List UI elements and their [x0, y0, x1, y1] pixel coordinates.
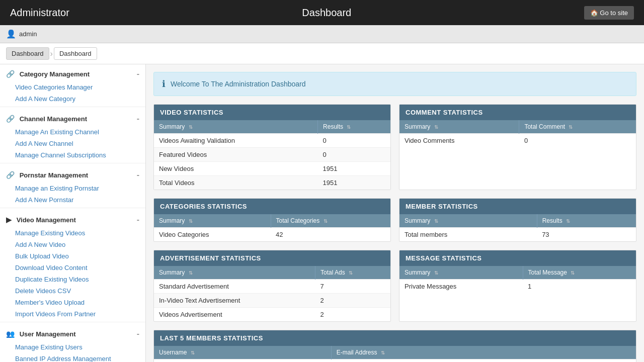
message-statistics-box: MESSAGE STATISTICS Summary ⇅ Total Messa…	[399, 250, 636, 322]
sidebar-item-video-categories-manager[interactable]: Video Categories Manager	[0, 81, 145, 93]
divider-2	[0, 163, 145, 163]
breadcrumb-item-dashboard[interactable]: Dashboard	[6, 47, 49, 60]
sidebar-item-manage-existing-channel[interactable]: Manage An Existing Channel	[0, 126, 145, 138]
welcome-message: Welcome To The Administration Dashboard	[171, 80, 305, 88]
stat-value: 2	[315, 308, 390, 322]
sidebar-item-duplicate-existing-videos[interactable]: Duplicate Existing Videos	[0, 274, 145, 285]
sidebar-item-add-new-category[interactable]: Add A New Category	[0, 93, 145, 105]
top-header: Administrator Dashboard 🏠 Go to site	[0, 0, 644, 25]
table-row: Videos Awaiting Validation0	[154, 134, 390, 148]
sidebar-section-channel[interactable]: 🔗 Channel Management -	[0, 109, 145, 126]
sidebar-section-category[interactable]: 🔗 Category Management -	[0, 64, 145, 81]
stat-summary: Total members	[399, 228, 537, 242]
stat-summary: Video Categories	[154, 228, 271, 242]
last5-col-username: Username ⇅	[154, 346, 331, 359]
table-row: Videos Advertisement2	[154, 308, 390, 322]
table-row: Video Categories42	[154, 228, 390, 242]
comment-statistics-header: COMMENT STATISTICS	[399, 105, 636, 120]
collapse-channel: -	[137, 114, 139, 123]
sidebar-item-members-video-upload[interactable]: Member's Video Upload	[0, 297, 145, 308]
table-row: Video Comments0	[399, 134, 636, 148]
pornstar-icon: 🔗	[6, 171, 15, 179]
stat-value: 1951	[318, 176, 390, 190]
advertisement-statistics-header: ADVERTISEMENT STATISTICS	[154, 250, 390, 266]
sidebar-item-delete-videos-csv[interactable]: Delete Videos CSV	[0, 285, 145, 297]
sidebar-item-import-videos-from-partner[interactable]: Import Videos From Partner	[0, 308, 145, 320]
divider-3	[0, 208, 145, 208]
sidebar-channel-label: Channel Management	[20, 115, 87, 123]
sidebar-item-manage-existing-pornstar[interactable]: Manage an Existing Pornstar	[0, 183, 145, 194]
last5-members-table: Username ⇅ E-mail Address ⇅ Evans Irenum…	[154, 346, 636, 362]
sidebar-video-label: Video Management	[17, 216, 76, 224]
go-to-site-button[interactable]: 🏠 Go to site	[584, 6, 634, 20]
collapse-video: -	[137, 215, 139, 224]
breadcrumb-item-current: Dashboard	[54, 47, 97, 60]
comment-stats-col-summary: Summary ⇅	[399, 120, 519, 134]
member-statistics-header: MEMBER STATISTICS	[399, 199, 636, 214]
stat-summary: Videos Advertisement	[154, 308, 315, 322]
site-title: Administrator	[10, 7, 69, 19]
stat-summary: Private Messages	[399, 280, 523, 294]
sidebar: 🔗 Category Management - Video Categories…	[0, 64, 146, 362]
video-icon: ▶	[6, 216, 12, 224]
stat-summary: Video Comments	[399, 134, 519, 148]
message-statistics-table: Summary ⇅ Total Message ⇅ Private Messag…	[399, 266, 636, 293]
welcome-banner: ℹ Welcome To The Administration Dashboar…	[153, 72, 636, 96]
sidebar-item-manage-existing-users[interactable]: Manage Existing Users	[0, 341, 145, 353]
advertisement-statistics-box: ADVERTISEMENT STATISTICS Summary ⇅ Total…	[153, 250, 391, 322]
category-icon: 🔗	[6, 70, 15, 78]
stat-value: 0	[519, 134, 636, 148]
admin-label: admin	[19, 30, 37, 38]
main-layout: 🔗 Category Management - Video Categories…	[0, 64, 644, 362]
sidebar-item-download-video-content[interactable]: Download Video Content	[0, 262, 145, 274]
stat-value: 7	[315, 280, 390, 294]
sidebar-section-video[interactable]: ▶ Video Management -	[0, 210, 145, 227]
member-statistics-box: MEMBER STATISTICS Summary ⇅ Results ⇅ To…	[399, 198, 636, 242]
stat-value: 42	[271, 228, 390, 242]
cat-stats-col-summary: Summary ⇅	[154, 214, 271, 228]
stat-summary: In-Video Text Advertisement	[154, 294, 315, 308]
user-mgmt-icon: 👥	[6, 330, 15, 338]
sidebar-section-pornstar[interactable]: 🔗 Pornstar Management -	[0, 165, 145, 183]
comment-statistics-table: Summary ⇅ Total Comment ⇅ Video Comments…	[399, 120, 636, 147]
collapse-user: -	[137, 329, 139, 338]
sidebar-item-add-new-pornstar[interactable]: Add A New Pornstar	[0, 194, 145, 206]
sidebar-item-add-new-video[interactable]: Add A New Video	[0, 239, 145, 250]
categories-statistics-table: Summary ⇅ Total Categories ⇅ Video Categ…	[154, 214, 390, 241]
comment-stats-col-total: Total Comment ⇅	[519, 120, 636, 134]
stat-value: 1	[523, 280, 636, 294]
sidebar-item-add-new-channel[interactable]: Add A New Channel	[0, 138, 145, 149]
last5-members-box: LAST 5 MEMBERS STATISTICS Username ⇅ E-m…	[153, 330, 636, 362]
sidebar-category-label: Category Management	[20, 70, 90, 78]
divider-1	[0, 107, 145, 107]
sidebar-item-bulk-upload-video[interactable]: Bulk Upload Video	[0, 250, 145, 262]
collapse-category: -	[137, 69, 139, 78]
table-row: Featured Videos0	[154, 148, 390, 162]
cat-stats-col-total: Total Categories ⇅	[271, 214, 390, 228]
sidebar-item-manage-channel-subscriptions[interactable]: Manage Channel Subscriptions	[0, 149, 145, 161]
table-row: Private Messages1	[399, 280, 636, 294]
stat-value: 1951	[318, 162, 390, 176]
collapse-pornstar: -	[137, 170, 139, 179]
sidebar-section-user[interactable]: 👥 User Management -	[0, 324, 145, 341]
sidebar-item-manage-existing-videos[interactable]: Manage Existing Videos	[0, 227, 145, 239]
last5-members-header: LAST 5 MEMBERS STATISTICS	[154, 330, 636, 346]
info-icon: ℹ	[162, 78, 166, 89]
comment-statistics-box: COMMENT STATISTICS Summary ⇅ Total Comme…	[399, 104, 636, 190]
stat-summary: New Videos	[154, 162, 318, 176]
sidebar-pornstar-label: Pornstar Management	[20, 171, 89, 179]
stat-summary: Featured Videos	[154, 148, 318, 162]
sidebar-user-label: User Management	[20, 330, 76, 338]
video-stats-col-results: Results ⇅	[318, 120, 390, 134]
member-username[interactable]: Evans Irenuma	[154, 359, 331, 363]
sidebar-item-banned-ip-management[interactable]: Banned IP Address Management	[0, 353, 145, 362]
table-row: Standard Advertisement7	[154, 280, 390, 294]
stat-summary: Total Videos	[154, 176, 318, 190]
table-row: In-Video Text Advertisement2	[154, 294, 390, 308]
message-statistics-header: MESSAGE STATISTICS	[399, 250, 636, 266]
table-row: Total Videos1951	[154, 176, 390, 190]
stat-value: 0	[318, 148, 390, 162]
video-statistics-table: Summary ⇅ Results ⇅ Videos Awaiting Vali…	[154, 120, 390, 190]
stat-value: 73	[537, 228, 636, 242]
stat-summary: Standard Advertisement	[154, 280, 315, 294]
